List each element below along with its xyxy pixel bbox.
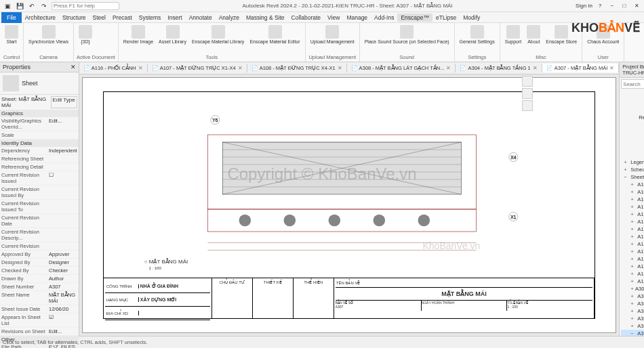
menu-structure[interactable]: Structure (59, 14, 89, 22)
ribbon-asset-library[interactable]: Asset Library (157, 24, 188, 45)
menu-modify[interactable]: Modify (460, 14, 483, 22)
ribbon-enscape-material-editor[interactable]: Enscape Material Editor (247, 24, 302, 45)
prop-row[interactable]: DependencyIndependent (0, 147, 79, 155)
menu-massingsite[interactable]: Massing & Site (243, 14, 288, 22)
maximize-icon[interactable]: □ (620, 1, 629, 11)
tree-node[interactable]: +A114 - CHI TIẾT CẦU THANG (621, 233, 644, 240)
tree-node[interactable]: +A301 - BÌA HỒ SƠ XIN PHÉP XÂY DỰNG (621, 285, 644, 292)
tree-node[interactable]: +A109 - MẶT ĐỨNG TRỤC Y1-Y6 (621, 196, 644, 203)
tab-close-icon[interactable]: ✕ (446, 65, 451, 71)
ribbon-about[interactable]: About (525, 24, 542, 45)
edit-type-button[interactable]: Edit Type (51, 96, 77, 108)
tree-node[interactable]: +A302 - VỊ TRÍ XÂY DỰNG (621, 292, 644, 300)
tree-node[interactable]: +A122 - Unnamed (621, 270, 644, 278)
prop-row[interactable]: Revisions on SheetEdit... (0, 328, 79, 336)
tree-node[interactable]: +A120 - CHI TIẾT CỬA 2 (621, 263, 644, 270)
panel-close-icon[interactable]: ✕ (71, 64, 76, 70)
prop-row[interactable]: Appears In Sheet List☑ (0, 313, 79, 328)
prop-row[interactable]: Approved ByApprover (0, 251, 79, 259)
tree-node[interactable]: +Legends (621, 158, 644, 166)
minimize-icon[interactable]: − (607, 1, 617, 11)
prop-row[interactable]: Referencing Sheet (0, 155, 79, 163)
prop-row[interactable]: Visibility/Graphics Overrid...Edit... (0, 117, 79, 131)
tree-node[interactable]: +A305 - MẶT BẰNG TẦNG 2 (621, 315, 644, 322)
tree-node[interactable]: +A113 - MẶT CẮT 2-2 (621, 225, 644, 233)
tree-node[interactable]: Structural Plan: Tầng 2 (621, 151, 644, 158)
view-tab[interactable]: 📄A108 - MẶT ĐỨNG TRỤC X4-X1✕ (247, 64, 347, 72)
prop-row[interactable]: Sheet NameMẶT BẰNG MÁI (0, 291, 79, 305)
tree-node[interactable]: +A116 - PHỐI CẢNH (621, 248, 644, 255)
tree-node[interactable]: +A306 - MẶT BẰNG SÂN PHƠI (621, 322, 644, 330)
ribbon-support[interactable]: Support (503, 24, 524, 45)
home-icon[interactable] (522, 88, 533, 99)
tab-close-icon[interactable]: ✕ (533, 65, 538, 71)
tree-node[interactable]: Structural Plan: Sân phơi (621, 136, 644, 144)
menu-addins[interactable]: Add-Ins (371, 14, 397, 22)
tree-node[interactable]: +A128 - CHI TIẾT CỬA 3 (621, 278, 644, 285)
menu-manage[interactable]: Manage (343, 14, 371, 22)
menu-annotate[interactable]: Annotate (186, 14, 216, 22)
tree-node[interactable]: +A304 - MẶT BẰNG TẦNG 1 (621, 307, 644, 315)
tab-close-icon[interactable]: ✕ (138, 65, 143, 71)
view-tab[interactable]: 📄A308 - MẶT BẰNG LÁT GẠCH TẦN...✕ (347, 64, 456, 72)
menu-steel[interactable]: Steel (89, 14, 109, 22)
tree-node[interactable]: +A110 - MẶT ĐỨNG TRỤC Y6-Y1 (621, 203, 644, 211)
menu-architecture[interactable]: Architecture (22, 14, 59, 22)
prop-row[interactable]: Current Revision (0, 242, 79, 251)
cube-icon[interactable] (522, 100, 533, 111)
tree-node[interactable]: +Schedules/Quantities (all) (621, 166, 644, 173)
tree-node[interactable]: +A119 - CHI TIẾT CỬA 1 (621, 255, 644, 263)
tree-node[interactable]: Reflected Ceiling Plan: Sân phơi (621, 106, 644, 114)
prop-row[interactable]: Current Revision Descrip... (0, 228, 79, 242)
tree-node[interactable]: +A107 - MẶT ĐỨNG TRỤC X1-X4 (621, 181, 644, 188)
tree-node[interactable]: −A307 - MẶT BẰNG MÁI (621, 330, 644, 336)
view-tab[interactable]: 📄A307 - MẶT BẰNG MÁI✕ (542, 64, 620, 72)
tab-close-icon[interactable]: ✕ (609, 65, 614, 71)
prop-row[interactable]: Designed ByDesigner (0, 259, 79, 267)
menu-insert[interactable]: Insert (164, 14, 185, 22)
tree-node[interactable]: Reflected Ceiling Plan: Sân (621, 99, 644, 106)
ribbon-place-sound-source--on-selected-face-[interactable]: Place Sound Source (on Selected Face) (363, 24, 451, 45)
drawing-canvas[interactable]: Y6 X4 X1 ○ MẶT BẰNG MÁI 1 : 100 (82, 77, 617, 333)
tab-close-icon[interactable]: ✕ (238, 65, 243, 71)
ribbon-start[interactable]: Start (3, 24, 20, 45)
prop-row[interactable]: Sheet NumberA307 (0, 283, 79, 291)
titlebar-search[interactable] (52, 2, 119, 10)
browser-tree[interactable]: Reflected Ceiling Plan: MáiReflected Cei… (620, 90, 644, 336)
ribbon-upload-management[interactable]: Upload Management (308, 24, 357, 45)
tree-node[interactable]: Structural Plan: Mái (621, 121, 644, 129)
menu-precast[interactable]: Precast (109, 14, 136, 22)
prop-row[interactable]: Current Revision Date (0, 214, 79, 228)
view-tab[interactable]: 📄A304 - MẶT BẰNG TẦNG 1✕ (456, 64, 542, 72)
ribbon---d-[interactable]: {3D} (77, 24, 94, 45)
tree-node[interactable]: +A303 - DANH MỤC BẢN VẼ (621, 300, 644, 307)
tree-node[interactable]: +A112 - MẶT CẮT 1-1 (621, 218, 644, 225)
signin-link[interactable]: Sign In (576, 3, 592, 9)
view-tab[interactable]: 📄A107 - MẶT ĐỨNG TRỤC X1-X4✕ (148, 64, 247, 72)
prop-row[interactable]: Current Revision Issued☐ (0, 171, 79, 186)
menu-etlipse[interactable]: eTLipse (432, 14, 460, 22)
menu-analyze[interactable]: Analyze (216, 14, 243, 22)
file-menu[interactable]: File (1, 12, 22, 23)
tree-node[interactable]: Structural Plan: Sân (621, 129, 644, 136)
save-icon[interactable]: 💾 (15, 1, 24, 11)
menu-view[interactable]: View (324, 14, 343, 22)
prop-row[interactable]: Current Revision Issued By (0, 186, 79, 200)
ribbon-general-settings[interactable]: General Settings (458, 24, 497, 45)
prop-row[interactable]: Checked ByChecker (0, 267, 79, 275)
prop-row[interactable]: Sheet Issue Date12/06/20 (0, 305, 79, 313)
close-icon[interactable]: ✕ (632, 1, 641, 11)
prop-row[interactable]: Scale (0, 131, 79, 139)
menu-collaborate[interactable]: Collaborate (288, 14, 324, 22)
ribbon-render-image[interactable]: Render Image (121, 24, 155, 45)
ribbon-synchronize-views[interactable]: Synchronize Views (26, 24, 71, 45)
menu-enscape[interactable]: Enscape™ (397, 14, 432, 22)
tree-node[interactable]: Structural Plan: Tầng 1 (621, 144, 644, 151)
menu-systems[interactable]: Systems (136, 14, 165, 22)
prop-row[interactable]: Referencing Detail (0, 163, 79, 171)
tab-close-icon[interactable]: ✕ (338, 65, 342, 71)
tree-node[interactable]: +A115 - CHI TIẾT CẦU THANG (621, 240, 644, 248)
nav-wheel-icon[interactable] (522, 76, 533, 87)
undo-icon[interactable]: ↶ (27, 1, 37, 11)
view-tab[interactable]: 📄A116 - PHỐI CẢNH✕ (79, 64, 148, 72)
